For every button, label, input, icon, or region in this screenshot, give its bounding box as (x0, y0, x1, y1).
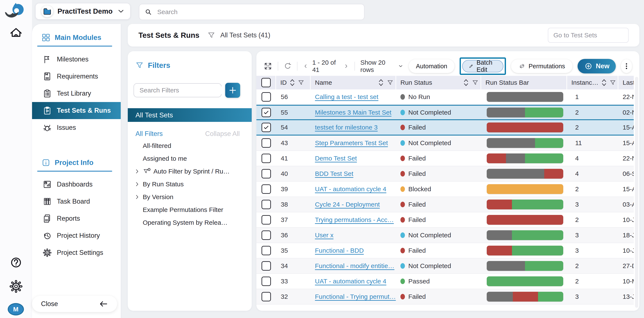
filter-item-all-test-sets[interactable]: All Test Sets (128, 108, 252, 122)
sort-icon[interactable] (290, 78, 295, 87)
filter-funnel-icon (136, 61, 144, 69)
permutations-icon (518, 62, 526, 70)
scope-label: All Test Sets (41) (220, 31, 270, 39)
row-checkbox[interactable] (262, 108, 271, 117)
sidebar-item-task-board[interactable]: Task Board (32, 193, 121, 210)
sort-icon[interactable] (602, 78, 606, 87)
filter-item-assigned-to-me[interactable]: Assigned to me (128, 152, 252, 165)
row-checkbox[interactable] (262, 154, 271, 163)
add-filter-button[interactable] (225, 83, 240, 98)
sidebar-close-button[interactable]: Close (32, 296, 117, 312)
row-checkbox[interactable] (262, 92, 271, 102)
new-button[interactable]: New (578, 59, 616, 73)
row-checkbox[interactable] (262, 184, 271, 194)
goto-test-sets-input[interactable] (548, 28, 628, 43)
chev-right-icon[interactable] (134, 168, 140, 174)
row-checkbox[interactable] (262, 169, 271, 178)
pagination-next-icon[interactable] (344, 63, 349, 69)
sidebar-item-project-settings[interactable]: Project Settings (32, 244, 121, 261)
row-run-status: No Run (396, 89, 481, 104)
row-name-link[interactable]: UAT - automation cycle 4 (315, 185, 386, 193)
home-icon[interactable] (8, 26, 24, 40)
row-name-link[interactable]: User x (315, 232, 334, 239)
row-name-link[interactable]: Trying permutations - Acc… (315, 216, 394, 224)
row-name-link[interactable]: Functional - modify entitie… (315, 262, 394, 270)
sidebar-item-label: Project Settings (57, 249, 103, 257)
row-name-link[interactable]: Functional - Trying permut… (315, 293, 396, 300)
row-checkbox[interactable] (262, 123, 271, 132)
funnel-icon[interactable] (298, 79, 304, 86)
filter-item-all-filtered[interactable]: All-filtered (128, 139, 252, 152)
sort-icon[interactable] (464, 78, 468, 87)
row-checkbox[interactable] (262, 138, 271, 148)
row-id: 56 (276, 89, 311, 104)
row-instances: 11 (567, 136, 618, 150)
row-name-link[interactable]: Calling a test - test set (315, 93, 378, 100)
select-all-checkbox[interactable] (261, 78, 271, 87)
filters-search-input[interactable] (139, 86, 222, 94)
automation-button[interactable]: Automation (409, 59, 455, 73)
row-name-link[interactable]: Step Parameters Test Set (315, 139, 388, 147)
row-name-link[interactable]: Cycle 24 - Deployment (315, 201, 380, 208)
refresh-icon[interactable] (284, 62, 292, 71)
chev-right-icon[interactable] (134, 181, 140, 187)
row-checkbox[interactable] (262, 277, 271, 286)
sidebar-item-issues[interactable]: Issues (32, 119, 121, 136)
collapse-all-link[interactable]: Collapse All (205, 130, 240, 138)
row-checkbox[interactable] (262, 246, 271, 255)
row-name-link[interactable]: Milestones 3 Main Test Set (315, 109, 392, 116)
th-name: Name (311, 76, 396, 89)
row-name-link[interactable]: Functional - BDD (315, 247, 364, 254)
sidebar-item-test-library[interactable]: Test Library (32, 85, 121, 102)
row-checkbox[interactable] (262, 261, 271, 271)
avatar[interactable]: M (8, 303, 24, 316)
sidebar-item-reports[interactable]: Reports (32, 210, 121, 227)
sidebar-item-test-sets-runs[interactable]: Test Sets & Runs (32, 102, 121, 119)
row-name-link[interactable]: UAT - automation cycle 4 (315, 278, 386, 285)
funnel-icon[interactable] (387, 79, 393, 86)
clipboard-list-icon (43, 89, 52, 98)
chev-right-icon[interactable] (134, 194, 140, 200)
settings-gear-icon[interactable] (8, 280, 24, 293)
table-scrollbar[interactable] (635, 77, 638, 308)
run-status-bar (487, 153, 563, 163)
filter-item-operating-system-by-relea[interactable]: Operating System by Relea… (128, 216, 252, 229)
row-checkbox[interactable] (262, 231, 271, 240)
row-name-link[interactable]: testset for milestone 3 (315, 124, 378, 131)
more-actions-button[interactable] (621, 59, 632, 73)
funnel-icon[interactable] (610, 79, 616, 86)
batch-edit-button[interactable]: Batch Edit (462, 60, 503, 72)
filter-item-example-permutations-filter[interactable]: Example Permutations Filter (128, 203, 252, 216)
check-icon (263, 109, 270, 116)
row-name-link[interactable]: BDD Test Set (315, 170, 354, 177)
pagination-prev-icon[interactable] (303, 63, 308, 69)
filter-item-auto-filter-by-sprint-ru[interactable]: Auto Filter by Sprint / Ru… (128, 165, 252, 178)
row-checkbox[interactable] (262, 215, 271, 225)
sidebar-item-milestones[interactable]: Milestones (32, 51, 121, 68)
row-name-link[interactable]: Demo Test Set (315, 155, 357, 162)
expand-icon[interactable] (264, 61, 272, 71)
status-dot (400, 248, 405, 253)
row-checkbox[interactable] (262, 200, 271, 209)
all-filters-link[interactable]: All Filters (136, 130, 162, 138)
row-name-cell: Functional - BDD (311, 243, 396, 258)
row-checkbox-cell (256, 259, 276, 273)
filter-item-by-version[interactable]: By Version (128, 191, 252, 203)
status-label: Failed (408, 155, 426, 162)
row-checkbox[interactable] (262, 292, 271, 301)
sidebar-item-dashboards[interactable]: Dashboards (32, 176, 121, 193)
project-switcher[interactable]: PractiTest Demo (35, 3, 130, 20)
sidebar-item-project-history[interactable]: Project History (32, 227, 121, 244)
sidebar-item-requirements[interactable]: Requirements (32, 68, 121, 85)
global-search-input[interactable] (157, 8, 359, 16)
new-label: New (596, 62, 610, 70)
row-checkbox-cell (256, 136, 276, 150)
filter-item-by-run-status[interactable]: By Run Status (128, 178, 252, 191)
sort-icon[interactable] (378, 78, 384, 87)
run-status-bar (487, 261, 563, 271)
sidebar-section-project-info: Project InfoDashboardsTask BoardReportsP… (32, 157, 121, 261)
permutations-button[interactable]: Permutations (511, 59, 572, 73)
rows-per-page-selector[interactable]: Show 20 rows (360, 59, 403, 73)
funnel-icon[interactable] (472, 79, 478, 86)
help-icon[interactable] (8, 256, 24, 269)
